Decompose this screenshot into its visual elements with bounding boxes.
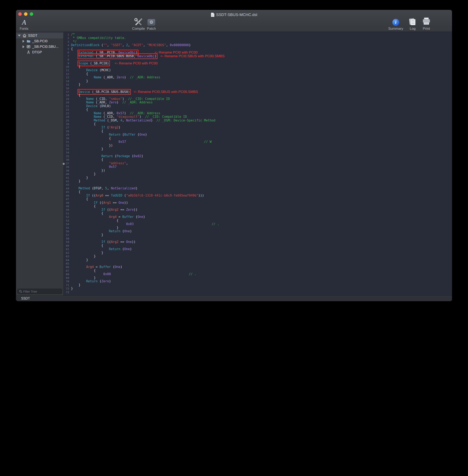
code-token: DeviceObj (137, 54, 154, 58)
filter-tree-input[interactable] (23, 290, 60, 293)
code-token: ( (130, 154, 134, 158)
line-number: 42 (64, 179, 71, 183)
code-token: 2 (126, 43, 128, 47)
code-token (71, 51, 79, 54)
code-token: { (71, 190, 80, 194)
log-button[interactable]: Log (409, 18, 416, 31)
code-token (71, 75, 94, 79)
code-line: 16 (64, 87, 452, 90)
line-number: 61 (64, 247, 71, 251)
code-token: = (117, 215, 122, 219)
code-token: Package (117, 154, 130, 158)
code-token (137, 51, 154, 54)
disclosure-collapsed-icon[interactable] (22, 40, 25, 43)
code-token: , (122, 43, 126, 47)
code-token (71, 119, 94, 122)
line-number: 68 (64, 272, 71, 276)
code-token (71, 187, 79, 190)
line-number: 41 (64, 176, 71, 179)
code-token (71, 247, 109, 251)
code-token: ) (141, 154, 143, 158)
code-token: "SSDT" (111, 43, 122, 47)
code-line: 5{ (64, 47, 452, 51)
compile-button[interactable]: Compile (132, 18, 145, 31)
code-token: Return (109, 133, 120, 136)
filter-tree-field[interactable] (17, 289, 62, 294)
code-line: 27 If (!Arg2) (64, 126, 452, 129)
code-token (71, 101, 86, 104)
code-token: } (71, 254, 96, 258)
code-token: } (71, 147, 103, 151)
code-token: ) (130, 229, 132, 233)
fonts-button[interactable]: A Fonts (18, 18, 30, 31)
code-token: { (71, 72, 88, 76)
code-token (71, 115, 94, 119)
minimize-button[interactable] (24, 12, 28, 16)
code-line: 6 External (_SB_.PCI0, DeviceObj) <- Ren… (64, 51, 452, 54)
close-button[interactable] (18, 12, 22, 16)
annotation-text: <- Rename PCI0 with PC00 (155, 50, 197, 54)
code-line: 39 }) (64, 169, 452, 172)
code-token: , (134, 54, 138, 58)
line-number: 1 (64, 33, 71, 36)
disclosure-expanded-icon[interactable] (18, 35, 21, 37)
line-number: 13 (64, 76, 71, 79)
line-number: 23 (64, 112, 71, 115)
code-token: ) (120, 265, 122, 269)
code-token: } (71, 283, 80, 287)
code-token: 5 (105, 187, 107, 190)
code-token: ))) (198, 194, 204, 197)
splitter-handle-icon[interactable] (62, 163, 65, 165)
code-token: ) (118, 126, 120, 129)
annotation-text: <- Rename PCI0.SBUS with PC00.SMBS (134, 90, 198, 94)
code-editor[interactable]: 1/*2 * SMBus compatibility table.3 */4De… (64, 32, 452, 296)
line-number: 16 (64, 87, 71, 90)
titlebar[interactable]: SSDT-SBUS-MCHC.dsl (16, 10, 452, 18)
code-token: One (139, 133, 145, 136)
code-line: 680x00// . (64, 272, 452, 276)
code-line: 15 } (64, 83, 452, 86)
code-token: _CID (98, 97, 105, 101)
code-token: } (71, 179, 80, 183)
sidebar-item-dtgp[interactable]: DTGP (16, 49, 63, 55)
line-number: 27 (64, 126, 71, 129)
code-line: 48 If ((Arg1 == One)) (64, 201, 452, 205)
code-line: 64 } (64, 258, 452, 262)
sidebar-item-sb-pci0-sbus[interactable]: _SB.PCI0.SBU... (16, 44, 63, 49)
code-token: ) (117, 101, 122, 104)
patch-button[interactable]: ⚙ Patch (147, 18, 156, 31)
summary-button[interactable]: i Summary (388, 18, 403, 31)
line-number: 35 (64, 154, 71, 158)
zoom-button[interactable] (30, 12, 33, 16)
print-button[interactable]: Print (422, 18, 431, 31)
search-icon (19, 290, 22, 293)
annotation-text: <- Rename PCI0 with PC00 (115, 61, 158, 65)
code-line: 63 } (64, 255, 452, 258)
sidebar: SSDT _SB.PCI0 (16, 32, 64, 296)
code-token: External (79, 54, 94, 58)
code-token: ( (94, 97, 98, 101)
code-token: , (128, 43, 132, 47)
code-token: ) (124, 75, 130, 79)
code-token: Buffer (124, 133, 136, 136)
sidebar-item-sb-pci0[interactable]: _SB.PCI0 (16, 38, 63, 44)
code-token (71, 194, 86, 197)
line-number: 53 (64, 219, 71, 223)
code-token: , (117, 119, 120, 122)
line-number: 56 (64, 230, 71, 233)
code-line: 71 } (64, 283, 452, 287)
code-token (71, 54, 79, 58)
line-number: 5 (64, 47, 71, 51)
disclosure-collapsed-icon[interactable] (22, 45, 25, 48)
code-token: * SMBus compatibility table. (71, 36, 126, 40)
code-token: Arg0 (96, 194, 103, 197)
line-number: 33 (64, 147, 71, 151)
code-line: 10 { (64, 65, 452, 69)
toolbar-center-group: Compile ⚙ Patch (132, 18, 156, 31)
fonts-label: Fonts (20, 27, 29, 31)
code-token: Arg4 (86, 265, 94, 269)
sidebar-item-ssdt[interactable]: SSDT (16, 33, 63, 38)
code-line: 72} (64, 287, 452, 290)
code-token (71, 68, 86, 72)
code-token (157, 54, 160, 58)
